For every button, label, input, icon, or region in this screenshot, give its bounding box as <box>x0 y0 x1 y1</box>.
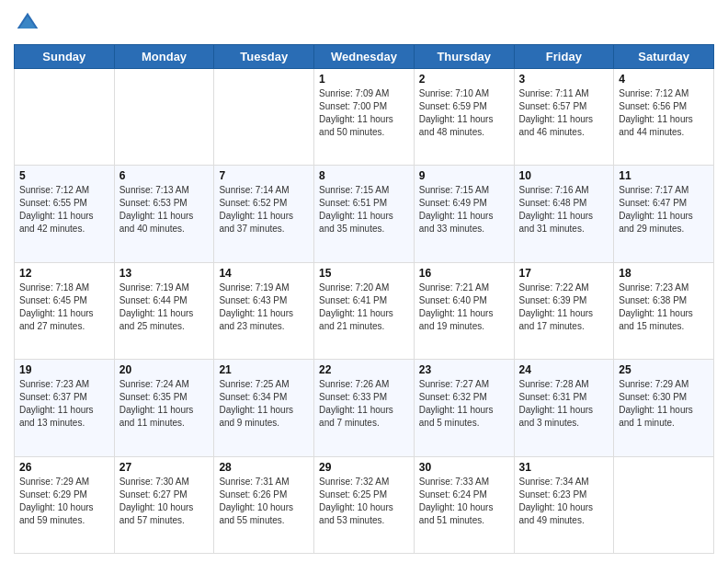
day-number: 31 <box>519 461 609 474</box>
logo-icon <box>14 9 41 37</box>
day-cell: 27Sunrise: 7:30 AM Sunset: 6:27 PM Dayli… <box>114 456 214 553</box>
day-number: 22 <box>319 363 409 376</box>
day-number: 17 <box>519 267 609 280</box>
day-cell: 6Sunrise: 7:13 AM Sunset: 6:53 PM Daylig… <box>114 166 214 262</box>
day-number: 20 <box>119 363 210 376</box>
day-number: 14 <box>219 267 309 280</box>
logo <box>14 9 45 37</box>
day-number: 12 <box>19 267 109 280</box>
day-info: Sunrise: 7:24 AM Sunset: 6:35 PM Dayligh… <box>119 378 210 430</box>
day-info: Sunrise: 7:21 AM Sunset: 6:40 PM Dayligh… <box>419 282 509 333</box>
day-info: Sunrise: 7:30 AM Sunset: 6:27 PM Dayligh… <box>119 476 210 527</box>
day-cell: 20Sunrise: 7:24 AM Sunset: 6:35 PM Dayli… <box>114 360 214 456</box>
day-cell: 18Sunrise: 7:23 AM Sunset: 6:38 PM Dayli… <box>614 262 714 359</box>
day-number: 11 <box>619 169 709 182</box>
day-number: 2 <box>419 73 509 86</box>
day-info: Sunrise: 7:14 AM Sunset: 6:52 PM Dayligh… <box>219 184 309 236</box>
day-cell: 17Sunrise: 7:22 AM Sunset: 6:39 PM Dayli… <box>514 262 614 359</box>
day-info: Sunrise: 7:17 AM Sunset: 6:47 PM Dayligh… <box>619 184 709 236</box>
day-number: 28 <box>219 461 309 474</box>
day-info: Sunrise: 7:19 AM Sunset: 6:44 PM Dayligh… <box>119 282 210 333</box>
day-info: Sunrise: 7:12 AM Sunset: 6:55 PM Dayligh… <box>19 184 109 236</box>
day-cell <box>214 69 314 166</box>
day-number: 23 <box>419 363 509 376</box>
day-cell: 7Sunrise: 7:14 AM Sunset: 6:52 PM Daylig… <box>214 166 314 262</box>
weekday-header-tuesday: Tuesday <box>214 45 314 69</box>
day-number: 29 <box>319 461 409 474</box>
day-cell: 26Sunrise: 7:29 AM Sunset: 6:29 PM Dayli… <box>15 456 115 553</box>
week-row-3: 12Sunrise: 7:18 AM Sunset: 6:45 PM Dayli… <box>15 262 714 359</box>
day-cell <box>114 69 214 166</box>
day-cell: 14Sunrise: 7:19 AM Sunset: 6:43 PM Dayli… <box>214 262 314 359</box>
day-cell: 28Sunrise: 7:31 AM Sunset: 6:26 PM Dayli… <box>214 456 314 553</box>
day-cell: 24Sunrise: 7:28 AM Sunset: 6:31 PM Dayli… <box>514 360 614 456</box>
day-info: Sunrise: 7:19 AM Sunset: 6:43 PM Dayligh… <box>219 282 309 333</box>
day-number: 4 <box>619 73 709 86</box>
weekday-header-friday: Friday <box>514 45 614 69</box>
weekday-header-monday: Monday <box>114 45 214 69</box>
day-cell: 2Sunrise: 7:10 AM Sunset: 6:59 PM Daylig… <box>414 69 514 166</box>
day-info: Sunrise: 7:18 AM Sunset: 6:45 PM Dayligh… <box>19 282 109 333</box>
day-number: 13 <box>119 267 210 280</box>
day-info: Sunrise: 7:23 AM Sunset: 6:38 PM Dayligh… <box>619 282 709 333</box>
day-number: 5 <box>19 169 109 182</box>
day-number: 27 <box>119 461 210 474</box>
day-cell: 10Sunrise: 7:16 AM Sunset: 6:48 PM Dayli… <box>514 166 614 262</box>
day-cell: 12Sunrise: 7:18 AM Sunset: 6:45 PM Dayli… <box>15 262 115 359</box>
day-info: Sunrise: 7:33 AM Sunset: 6:24 PM Dayligh… <box>419 476 509 527</box>
day-info: Sunrise: 7:25 AM Sunset: 6:34 PM Dayligh… <box>219 378 309 430</box>
day-info: Sunrise: 7:27 AM Sunset: 6:32 PM Dayligh… <box>419 378 509 430</box>
day-info: Sunrise: 7:15 AM Sunset: 6:49 PM Dayligh… <box>419 184 509 236</box>
page: SundayMondayTuesdayWednesdayThursdayFrid… <box>0 0 728 563</box>
day-info: Sunrise: 7:22 AM Sunset: 6:39 PM Dayligh… <box>519 282 609 333</box>
week-row-4: 19Sunrise: 7:23 AM Sunset: 6:37 PM Dayli… <box>15 360 714 456</box>
day-number: 8 <box>319 169 409 182</box>
day-number: 30 <box>419 461 509 474</box>
day-info: Sunrise: 7:28 AM Sunset: 6:31 PM Dayligh… <box>519 378 609 430</box>
day-cell: 25Sunrise: 7:29 AM Sunset: 6:30 PM Dayli… <box>614 360 714 456</box>
day-cell: 3Sunrise: 7:11 AM Sunset: 6:57 PM Daylig… <box>514 69 614 166</box>
day-cell: 30Sunrise: 7:33 AM Sunset: 6:24 PM Dayli… <box>414 456 514 553</box>
day-info: Sunrise: 7:12 AM Sunset: 6:56 PM Dayligh… <box>619 87 709 139</box>
day-number: 24 <box>519 363 609 376</box>
day-info: Sunrise: 7:15 AM Sunset: 6:51 PM Dayligh… <box>319 184 409 236</box>
day-number: 16 <box>419 267 509 280</box>
day-number: 6 <box>119 169 210 182</box>
weekday-header-row: SundayMondayTuesdayWednesdayThursdayFrid… <box>15 45 714 69</box>
day-number: 7 <box>219 169 309 182</box>
day-number: 18 <box>619 267 709 280</box>
day-number: 21 <box>219 363 309 376</box>
day-cell: 22Sunrise: 7:26 AM Sunset: 6:33 PM Dayli… <box>314 360 415 456</box>
day-cell: 21Sunrise: 7:25 AM Sunset: 6:34 PM Dayli… <box>214 360 314 456</box>
day-info: Sunrise: 7:32 AM Sunset: 6:25 PM Dayligh… <box>319 476 409 527</box>
week-row-2: 5Sunrise: 7:12 AM Sunset: 6:55 PM Daylig… <box>15 166 714 262</box>
day-info: Sunrise: 7:29 AM Sunset: 6:30 PM Dayligh… <box>619 378 709 430</box>
week-row-5: 26Sunrise: 7:29 AM Sunset: 6:29 PM Dayli… <box>15 456 714 553</box>
day-cell <box>15 69 115 166</box>
day-number: 19 <box>19 363 109 376</box>
day-number: 25 <box>619 363 709 376</box>
day-cell: 4Sunrise: 7:12 AM Sunset: 6:56 PM Daylig… <box>614 69 714 166</box>
day-cell: 9Sunrise: 7:15 AM Sunset: 6:49 PM Daylig… <box>414 166 514 262</box>
day-cell: 19Sunrise: 7:23 AM Sunset: 6:37 PM Dayli… <box>15 360 115 456</box>
header <box>14 9 714 37</box>
day-info: Sunrise: 7:23 AM Sunset: 6:37 PM Dayligh… <box>19 378 109 430</box>
calendar-table: SundayMondayTuesdayWednesdayThursdayFrid… <box>14 44 714 554</box>
week-row-1: 1Sunrise: 7:09 AM Sunset: 7:00 PM Daylig… <box>15 69 714 166</box>
weekday-header-sunday: Sunday <box>15 45 115 69</box>
day-cell: 13Sunrise: 7:19 AM Sunset: 6:44 PM Dayli… <box>114 262 214 359</box>
day-cell: 23Sunrise: 7:27 AM Sunset: 6:32 PM Dayli… <box>414 360 514 456</box>
weekday-header-wednesday: Wednesday <box>314 45 415 69</box>
day-cell <box>614 456 714 553</box>
day-info: Sunrise: 7:13 AM Sunset: 6:53 PM Dayligh… <box>119 184 210 236</box>
day-cell: 11Sunrise: 7:17 AM Sunset: 6:47 PM Dayli… <box>614 166 714 262</box>
day-number: 10 <box>519 169 609 182</box>
day-info: Sunrise: 7:11 AM Sunset: 6:57 PM Dayligh… <box>519 87 609 139</box>
weekday-header-saturday: Saturday <box>614 45 714 69</box>
day-cell: 31Sunrise: 7:34 AM Sunset: 6:23 PM Dayli… <box>514 456 614 553</box>
day-number: 26 <box>19 461 109 474</box>
day-info: Sunrise: 7:34 AM Sunset: 6:23 PM Dayligh… <box>519 476 609 527</box>
day-info: Sunrise: 7:10 AM Sunset: 6:59 PM Dayligh… <box>419 87 509 139</box>
day-number: 9 <box>419 169 509 182</box>
day-info: Sunrise: 7:09 AM Sunset: 7:00 PM Dayligh… <box>319 87 409 139</box>
